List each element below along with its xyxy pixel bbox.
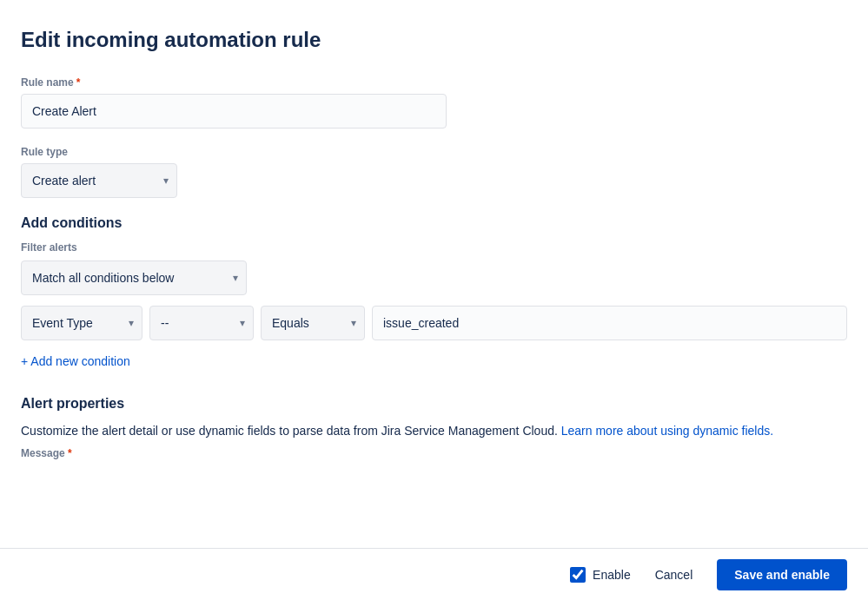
rule-type-label: Rule type <box>21 146 847 158</box>
rule-name-input[interactable] <box>21 94 447 129</box>
alert-properties-desc: Customize the alert detail or use dynami… <box>21 422 847 440</box>
condition-op1-wrapper: -- ▾ <box>149 306 254 340</box>
save-enable-button[interactable]: Save and enable <box>717 559 847 590</box>
enable-checkbox-wrapper: Enable <box>570 567 631 583</box>
message-required-star: * <box>68 447 72 459</box>
required-star: * <box>76 76 81 89</box>
message-label: Message * <box>21 447 847 459</box>
rule-type-field-group: Rule type Create alert Close alert Ackno… <box>21 146 847 198</box>
condition-field-select[interactable]: Event Type Message Tags Priority <box>21 306 142 340</box>
alert-properties-title: Alert properties <box>21 396 847 412</box>
condition-op1-select[interactable]: -- <box>149 306 254 340</box>
condition-op2-select[interactable]: Equals Contains Not equals <box>261 306 365 340</box>
footer-bar: Enable Cancel Save and enable <box>0 548 868 600</box>
condition-op2-wrapper: Equals Contains Not equals ▾ <box>261 306 365 340</box>
add-conditions-title: Add conditions <box>21 215 847 231</box>
alert-properties-section: Alert properties Customize the alert det… <box>21 396 847 459</box>
condition-value-input[interactable] <box>372 306 847 340</box>
add-condition-label: + Add new condition <box>21 354 130 368</box>
filter-alerts-label: Filter alerts <box>21 241 847 254</box>
cancel-button[interactable]: Cancel <box>641 561 707 589</box>
condition-field-wrapper: Event Type Message Tags Priority ▾ <box>21 306 142 340</box>
page-title: Edit incoming automation rule <box>21 28 847 52</box>
filter-select-wrapper: Match all conditions below Match any con… <box>21 260 247 295</box>
learn-more-link[interactable]: Learn more about using dynamic fields. <box>561 424 773 438</box>
enable-checkbox[interactable] <box>570 567 586 583</box>
rule-name-field-group: Rule name * <box>21 76 847 129</box>
enable-label[interactable]: Enable <box>593 568 631 582</box>
rule-type-select-wrapper: Create alert Close alert Acknowledge ale… <box>21 163 177 198</box>
add-conditions-section: Add conditions Filter alerts Match all c… <box>21 215 847 372</box>
filter-select[interactable]: Match all conditions below Match any con… <box>21 260 247 295</box>
add-condition-button[interactable]: + Add new condition <box>21 351 130 372</box>
rule-type-select[interactable]: Create alert Close alert Acknowledge ale… <box>21 163 177 198</box>
rule-name-label: Rule name * <box>21 76 847 89</box>
condition-row: Event Type Message Tags Priority ▾ -- ▾ … <box>21 306 847 340</box>
